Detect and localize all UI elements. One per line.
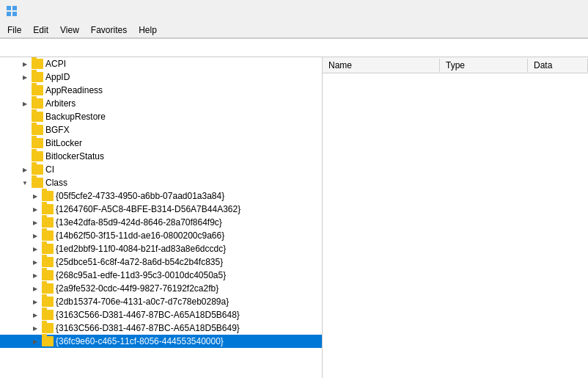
item-label-class2: {1264760F-A5C8-4BFE-B314-D56A7B44A362} bbox=[56, 204, 240, 214]
item-label-appid: AppID bbox=[45, 72, 70, 82]
folder-icon-class9 bbox=[42, 297, 54, 307]
item-label-class1: {05f5cfe2-4733-4950-a6bb-07aad01a3a84} bbox=[56, 191, 224, 201]
folder-icon-class bbox=[32, 178, 43, 188]
tree-item-acpi[interactable]: ACPI bbox=[0, 57, 322, 70]
window-controls bbox=[481, 0, 582, 22]
svg-rect-0 bbox=[7, 6, 11, 10]
item-label-class12: {36fc9e60-c465-11cf-8056-444553540000} bbox=[56, 336, 224, 346]
tree-item-appid[interactable]: AppID bbox=[0, 70, 322, 84]
tree-item-class[interactable]: Class bbox=[0, 176, 322, 189]
folder-icon-class1 bbox=[42, 191, 54, 201]
tree-item-class8[interactable]: {2a9fe532-0cdc-44f9-9827-76192f2ca2fb} bbox=[0, 282, 322, 295]
expander-class7[interactable] bbox=[31, 271, 40, 280]
folder-icon-arbiters bbox=[32, 98, 43, 109]
item-label-ci: CI bbox=[45, 164, 54, 175]
folder-icon-class11 bbox=[42, 323, 54, 333]
tree-item-bitlockerstatus[interactable]: BitlockerStatus bbox=[0, 150, 322, 163]
tree-item-class11[interactable]: {3163C566-D381-4467-87BC-A65A18D5B649} bbox=[0, 321, 322, 335]
expander-class4[interactable] bbox=[31, 231, 40, 240]
expander-acpi[interactable] bbox=[21, 59, 29, 68]
header-data: Data bbox=[528, 59, 588, 72]
maximize-button[interactable] bbox=[515, 0, 548, 22]
expander-class8[interactable] bbox=[31, 284, 40, 293]
expander-class1[interactable] bbox=[31, 192, 40, 200]
tree-item-class2[interactable]: {1264760F-A5C8-4BFE-B314-D56A7B44A362} bbox=[0, 203, 322, 216]
menu-edit[interactable]: Edit bbox=[27, 23, 54, 37]
tree-item-bgfx[interactable]: BGFX bbox=[0, 123, 322, 137]
folder-icon-backuprestore bbox=[32, 112, 43, 122]
tree-item-class12[interactable]: {36fc9e60-c465-11cf-8056-444553540000} bbox=[0, 335, 322, 348]
folder-icon-ci bbox=[32, 164, 43, 175]
tree-item-class5[interactable]: {1ed2bbf9-11f0-4084-b21f-ad83a8e6dccdc} bbox=[0, 242, 322, 255]
address-bar[interactable] bbox=[0, 38, 588, 57]
tree-item-class10[interactable]: {3163C566-D381-4467-87BC-A65A18D5B648} bbox=[0, 308, 322, 321]
expander-class9[interactable] bbox=[31, 297, 40, 306]
tree-item-class1[interactable]: {05f5cfe2-4733-4950-a6bb-07aad01a3a84} bbox=[0, 189, 322, 203]
folder-icon-bgfx bbox=[32, 125, 43, 135]
menu-view[interactable]: View bbox=[54, 23, 85, 37]
item-label-bgfx: BGFX bbox=[45, 125, 70, 135]
tree-item-class3[interactable]: {13e42dfa-85d9-424d-8646-28a70f864f9c} bbox=[0, 216, 322, 229]
expander-class[interactable] bbox=[21, 178, 29, 187]
expander-class5[interactable] bbox=[31, 244, 40, 253]
menu-favorites[interactable]: Favorites bbox=[85, 23, 133, 37]
folder-icon-appreadiness bbox=[32, 85, 43, 95]
folder-icon-class5 bbox=[42, 244, 54, 254]
tree-item-class4[interactable]: {14b62f50-3f15-11dd-ae16-0800200c9a66} bbox=[0, 229, 322, 242]
folder-icon-appid bbox=[32, 72, 43, 82]
item-label-class7: {268c95a1-edfe-11d3-95c3-0010dc4050a5} bbox=[56, 270, 226, 280]
expander-ci[interactable] bbox=[21, 165, 29, 174]
title-bar bbox=[0, 0, 588, 22]
expander-arbiters[interactable] bbox=[21, 99, 29, 108]
app-icon bbox=[6, 5, 18, 17]
folder-icon-class3 bbox=[42, 217, 54, 228]
item-label-class6: {25dbce51-6c8f-4a72-8a6d-b54c2b4fc835} bbox=[56, 257, 223, 267]
menu-file[interactable]: File bbox=[1, 23, 27, 37]
folder-icon-class2 bbox=[42, 204, 54, 214]
item-label-class11: {3163C566-D381-4467-87BC-A65A18D5B649} bbox=[56, 323, 240, 333]
item-label-class8: {2a9fe532-0cdc-44f9-9827-76192f2ca2fb} bbox=[56, 283, 218, 294]
tree-item-appreadiness[interactable]: AppReadiness bbox=[0, 84, 322, 97]
expander-class12[interactable] bbox=[31, 337, 40, 346]
folder-icon-class4 bbox=[42, 230, 54, 241]
right-panel: Name Type Data bbox=[323, 57, 588, 378]
menu-bar: FileEditViewFavoritesHelp bbox=[0, 22, 588, 38]
close-button[interactable] bbox=[548, 0, 582, 22]
item-label-acpi: ACPI bbox=[45, 59, 66, 69]
expander-appid[interactable] bbox=[21, 73, 29, 81]
tree-item-ci[interactable]: CI bbox=[0, 163, 322, 176]
folder-icon-class12 bbox=[42, 336, 54, 346]
menu-help[interactable]: Help bbox=[133, 23, 163, 37]
folder-icon-class6 bbox=[42, 257, 54, 267]
svg-rect-3 bbox=[12, 12, 17, 16]
tree-item-backuprestore[interactable]: BackupRestore bbox=[0, 110, 322, 123]
folder-icon-class7 bbox=[42, 270, 54, 280]
folder-icon-bitlockerstatus bbox=[32, 151, 43, 161]
expander-class11[interactable] bbox=[31, 324, 40, 332]
item-label-bitlockerstatus: BitlockerStatus bbox=[45, 151, 104, 161]
minimize-button[interactable] bbox=[481, 0, 515, 22]
expander-class10[interactable] bbox=[31, 310, 40, 319]
item-label-class3: {13e42dfa-85d9-424d-8646-28a70f864f9c} bbox=[56, 217, 222, 228]
header-name: Name bbox=[323, 59, 440, 72]
tree-item-class6[interactable]: {25dbce51-6c8f-4a72-8a6d-b54c2b4fc835} bbox=[0, 255, 322, 269]
tree-item-bitlocker[interactable]: BitLocker bbox=[0, 137, 322, 150]
main-content: ACPIAppIDAppReadinessArbitersBackupResto… bbox=[0, 57, 588, 378]
svg-rect-2 bbox=[7, 12, 11, 16]
expander-class3[interactable] bbox=[31, 218, 40, 227]
column-headers: Name Type Data bbox=[323, 57, 588, 73]
folder-icon-class10 bbox=[42, 310, 54, 320]
item-label-class9: {2db15374-706e-4131-a0c7-d7c78eb0289a} bbox=[56, 297, 229, 307]
tree-panel[interactable]: ACPIAppIDAppReadinessArbitersBackupResto… bbox=[0, 57, 323, 378]
tree-item-arbiters[interactable]: Arbiters bbox=[0, 97, 322, 110]
tree-item-class9[interactable]: {2db15374-706e-4131-a0c7-d7c78eb0289a} bbox=[0, 295, 322, 308]
tree-item-class7[interactable]: {268c95a1-edfe-11d3-95c3-0010dc4050a5} bbox=[0, 269, 322, 282]
expander-class6[interactable] bbox=[31, 258, 40, 266]
item-label-arbiters: Arbiters bbox=[45, 98, 76, 109]
item-label-class5: {1ed2bbf9-11f0-4084-b21f-ad83a8e6dccdc} bbox=[56, 244, 226, 254]
item-label-class: Class bbox=[45, 178, 67, 188]
item-label-class4: {14b62f50-3f15-11dd-ae16-0800200c9a66} bbox=[56, 230, 224, 241]
item-label-class10: {3163C566-D381-4467-87BC-A65A18D5B648} bbox=[56, 310, 240, 320]
expander-class2[interactable] bbox=[31, 205, 40, 214]
folder-icon-acpi bbox=[32, 59, 43, 69]
